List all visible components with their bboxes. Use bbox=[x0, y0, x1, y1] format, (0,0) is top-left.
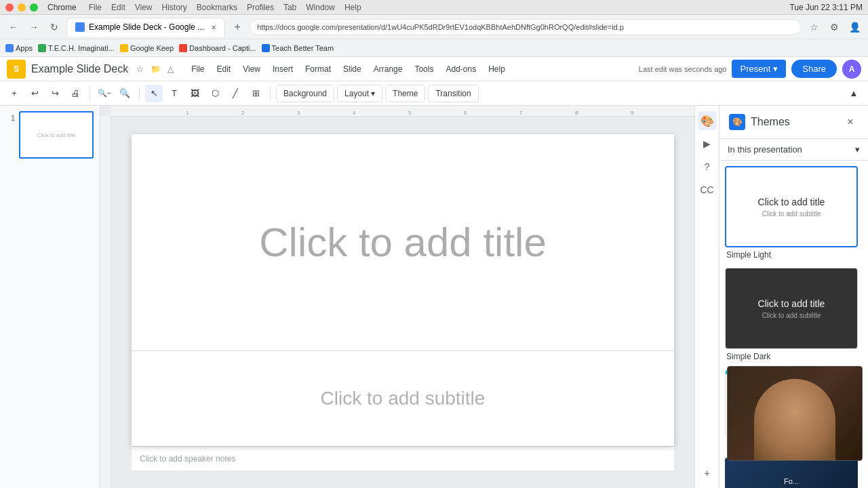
bookmark-tech[interactable]: T.E.C.H. Imaginati... bbox=[38, 44, 115, 52]
theme-oceanic[interactable]: Fo... bbox=[725, 458, 863, 488]
maximize-dot[interactable] bbox=[30, 3, 38, 12]
menu-format[interactable]: Format bbox=[300, 62, 336, 77]
animations-sidebar-button[interactable]: ▶ bbox=[698, 134, 717, 153]
theme-oceanic-preview: Fo... bbox=[725, 458, 858, 488]
toolbar-add-button[interactable]: + bbox=[5, 85, 23, 102]
theme-simple-dark[interactable]: Click to add title Click to add subtitle… bbox=[725, 268, 863, 361]
slide-canvas[interactable]: Click to add title Click to add subtitle bbox=[132, 134, 674, 446]
url-text: https://docs.google.com/presentation/d/1… bbox=[257, 23, 624, 31]
mac-menu-help[interactable]: Help bbox=[344, 3, 361, 12]
toolbar-theme-button[interactable]: Theme bbox=[385, 85, 425, 102]
theme-simple-light[interactable]: Click to add title Click to add subtitle… bbox=[725, 166, 863, 260]
menu-edit[interactable]: Edit bbox=[212, 62, 237, 77]
slide-title-area[interactable]: Click to add title bbox=[132, 134, 674, 351]
toolbar-zoom-in-button[interactable]: 🔍 bbox=[116, 85, 134, 102]
menu-addons[interactable]: Add-ons bbox=[440, 62, 481, 77]
slide-canvas-wrap: Click to add title Click to add subtitle… bbox=[111, 117, 694, 488]
teach-icon bbox=[262, 44, 270, 52]
theme-simple-dark-subtitle: Click to add subtitle bbox=[762, 312, 821, 319]
themes-filter-dropdown[interactable]: In this presentation ▾ bbox=[719, 139, 868, 161]
toolbar-layout-button[interactable]: Layout ▾ bbox=[337, 85, 382, 102]
bookmark-teach[interactable]: Teach Better Team bbox=[262, 44, 334, 52]
avatar[interactable]: A bbox=[842, 60, 861, 79]
themes-filter-label: In this presentation bbox=[728, 144, 802, 155]
qa-sidebar-button[interactable]: ? bbox=[698, 157, 717, 176]
slide-subtitle-area[interactable]: Click to add subtitle bbox=[132, 351, 674, 446]
toolbar-shapes-button[interactable]: ⬡ bbox=[206, 85, 224, 102]
slide-subtitle-placeholder: Click to add subtitle bbox=[321, 388, 486, 409]
mac-menu-edit[interactable]: Edit bbox=[111, 3, 125, 12]
theme-simple-light-preview: Click to add title Click to add subtitle bbox=[725, 166, 858, 247]
toolbar-collapse-button[interactable]: ▲ bbox=[845, 85, 863, 102]
address-bar[interactable]: https://docs.google.com/presentation/d/1… bbox=[250, 19, 802, 35]
menu-file[interactable]: File bbox=[186, 62, 210, 77]
bookmark-dashboard-label: Dashboard - Capti... bbox=[189, 44, 256, 52]
mac-menu-view[interactable]: View bbox=[135, 3, 153, 12]
tab-favicon bbox=[75, 22, 85, 32]
folder-icon[interactable]: 📁 bbox=[151, 64, 161, 74]
minimize-dot[interactable] bbox=[18, 3, 26, 12]
themes-sidebar-button[interactable]: 🎨 bbox=[698, 111, 717, 130]
mac-menu-tab[interactable]: Tab bbox=[283, 3, 296, 12]
star-icon[interactable]: ☆ bbox=[136, 64, 144, 74]
browser-tab[interactable]: Example Slide Deck - Google ... ✕ bbox=[66, 18, 225, 37]
expand-sidebar-button[interactable]: + bbox=[698, 464, 717, 483]
toolbar-zoom-out-button[interactable]: 🔍− bbox=[96, 85, 113, 102]
back-button[interactable]: ← bbox=[5, 19, 22, 35]
bookmark-keep[interactable]: Google Keep bbox=[120, 44, 174, 52]
refresh-button[interactable]: ↻ bbox=[46, 19, 62, 35]
menu-insert[interactable]: Insert bbox=[267, 62, 298, 77]
speaker-notes[interactable]: Click to add speaker notes bbox=[132, 446, 674, 470]
slide-title-placeholder: Click to add title bbox=[259, 219, 547, 266]
mac-menu-window[interactable]: Window bbox=[306, 3, 335, 12]
share-button[interactable]: Share bbox=[791, 60, 837, 78]
mac-menu-history[interactable]: History bbox=[162, 3, 187, 12]
canvas-area: 1 2 3 4 5 6 7 8 9 Click to add title bbox=[100, 106, 694, 488]
toolbar-lines-button[interactable]: ╱ bbox=[226, 85, 244, 102]
toolbar: + ↩ ↪ 🖨 🔍− 🔍 ↖ T 🖼 ⬡ ╱ ⊞ Background Layo… bbox=[0, 81, 868, 106]
bookmark-apps[interactable]: Apps bbox=[5, 44, 33, 52]
toolbar-undo-button[interactable]: ↩ bbox=[26, 85, 43, 102]
bookmark-dashboard[interactable]: Dashboard - Capti... bbox=[179, 44, 256, 52]
theme-simple-light-label: Simple Light bbox=[725, 250, 863, 260]
toolbar-select-button[interactable]: ↖ bbox=[145, 85, 163, 102]
menu-slide[interactable]: Slide bbox=[338, 62, 367, 77]
toolbar-textbox-button[interactable]: T bbox=[165, 85, 183, 102]
header-right: Last edit was seconds ago Present ▾ Shar… bbox=[639, 60, 861, 79]
toolbar-tables-button[interactable]: ⊞ bbox=[247, 85, 264, 102]
toolbar-separator-3 bbox=[270, 87, 271, 100]
mac-menu-profiles[interactable]: Profiles bbox=[247, 3, 274, 12]
toolbar-print-button[interactable]: 🖨 bbox=[66, 85, 84, 102]
bookmarks-bar: Apps T.E.C.H. Imaginati... Google Keep D… bbox=[0, 39, 868, 57]
present-button[interactable]: Present ▾ bbox=[732, 60, 786, 78]
menu-view[interactable]: View bbox=[237, 62, 266, 77]
mac-app-name: Chrome bbox=[47, 3, 77, 12]
toolbar-background-button[interactable]: Background bbox=[276, 85, 334, 102]
bookmark-teach-label: Teach Better Team bbox=[272, 44, 334, 52]
themes-filter-chevron: ▾ bbox=[855, 144, 860, 155]
toolbar-separator-2 bbox=[139, 87, 140, 100]
bookmark-apps-label: Apps bbox=[16, 44, 33, 52]
forward-button[interactable]: → bbox=[26, 19, 42, 35]
mac-menu-file[interactable]: File bbox=[89, 3, 102, 12]
profile-button[interactable]: 👤 bbox=[846, 19, 863, 35]
toolbar-image-button[interactable]: 🖼 bbox=[186, 85, 203, 102]
captions-sidebar-button[interactable]: CC bbox=[698, 180, 717, 199]
mac-menu-bookmarks[interactable]: Bookmarks bbox=[197, 3, 237, 12]
toolbar-transition-button[interactable]: Transition bbox=[428, 85, 478, 102]
bookmark-button[interactable]: ☆ bbox=[806, 19, 822, 35]
extensions-button[interactable]: ⚙ bbox=[826, 19, 842, 35]
themes-close-button[interactable]: × bbox=[842, 114, 859, 130]
new-tab-button[interactable]: + bbox=[229, 19, 245, 35]
dashboard-icon bbox=[179, 44, 187, 52]
slide-thumbnail[interactable]: Click to add title bbox=[19, 111, 94, 159]
themes-title: Themes bbox=[751, 116, 837, 128]
menu-arrange[interactable]: Arrange bbox=[368, 62, 408, 77]
menu-tools[interactable]: Tools bbox=[409, 62, 439, 77]
speaker-notes-placeholder: Click to add speaker notes bbox=[140, 454, 235, 464]
menu-help[interactable]: Help bbox=[483, 62, 511, 77]
toolbar-redo-button[interactable]: ↪ bbox=[46, 85, 64, 102]
close-dot[interactable] bbox=[5, 3, 14, 12]
tab-close-button[interactable]: ✕ bbox=[211, 24, 216, 31]
drive-icon[interactable]: △ bbox=[167, 64, 174, 74]
